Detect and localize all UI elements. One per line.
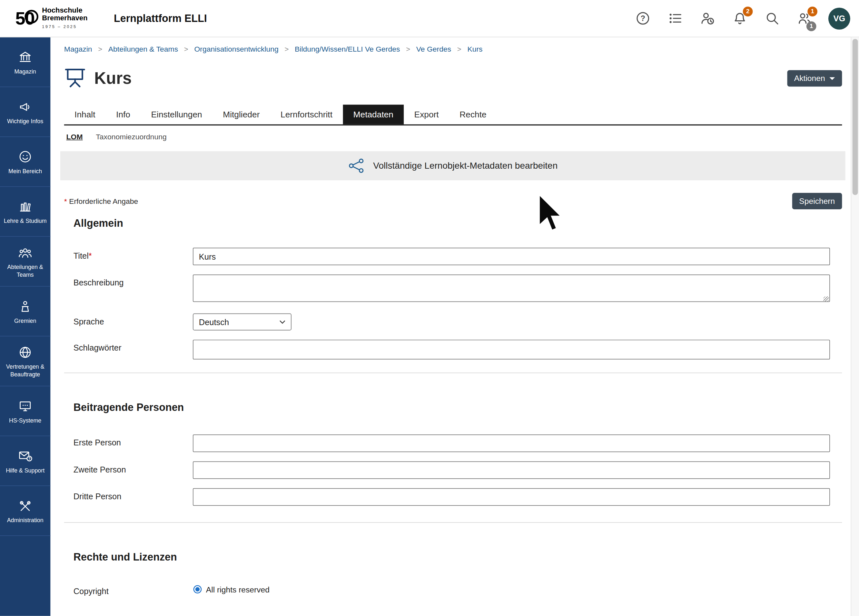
schlagwoerter-label: Schlagwörter: [64, 339, 193, 359]
sidebar-label: Gremien: [14, 317, 36, 325]
section-heading-rechte: Rechte und Lizenzen: [73, 551, 842, 563]
sidebar-item-administration[interactable]: Administration: [0, 486, 50, 536]
beschreibung-label: Beschreibung: [64, 274, 193, 304]
required-hint: * Erforderliche Angabe: [64, 197, 138, 205]
resize-handle[interactable]: [823, 296, 829, 302]
zweite-person-label: Zweite Person: [64, 461, 193, 479]
online-users-button[interactable]: [699, 10, 715, 27]
erste-person-field: [193, 435, 830, 452]
bank-icon: [18, 50, 32, 64]
tab-einstellungen[interactable]: Einstellungen: [141, 105, 212, 125]
sprache-select[interactable]: Deutsch: [193, 313, 292, 331]
tab-rechte[interactable]: Rechte: [449, 105, 497, 125]
hochschule-bremerhaven-logo[interactable]: 50 Hochschule Bremerhaven 1975 – 2025: [16, 6, 88, 31]
required-asterisk: *: [89, 251, 92, 260]
required-hint-label: Erforderliche Angabe: [69, 197, 138, 205]
top-header: 50 Hochschule Bremerhaven 1975 – 2025 Le…: [0, 0, 859, 38]
sidebar-label: Wichtige Infos: [7, 118, 43, 125]
sprache-field: Deutsch: [193, 313, 830, 331]
form-hint-row: * Erforderliche Angabe Speichern: [64, 193, 842, 209]
actions-button[interactable]: Aktionen: [787, 70, 842, 86]
chevron-down-icon: [279, 320, 285, 324]
erste-person-input[interactable]: [193, 435, 830, 452]
erste-person-label: Erste Person: [64, 435, 193, 452]
form-row-schlagwoerter: Schlagwörter: [64, 339, 842, 359]
breadcrumb-separator: >: [406, 45, 410, 53]
sidebar-item-gremien[interactable]: Gremien: [0, 287, 50, 337]
globe-icon: [18, 346, 32, 360]
sidebar-item-mein-bereich[interactable]: Mein Bereich: [0, 137, 50, 187]
sidebar-item-magazin[interactable]: Magazin: [0, 38, 50, 88]
contacts-badge-secondary: 1: [806, 21, 817, 31]
breadcrumb-item-organisationsentwicklung[interactable]: Organisationsentwicklung: [194, 45, 278, 53]
user-clock-icon: [700, 11, 715, 26]
list-button[interactable]: [667, 10, 683, 27]
zweite-person-input[interactable]: [193, 461, 830, 479]
form-row-zweite-person: Zweite Person: [64, 461, 842, 479]
form-row-sprache: Sprache Deutsch: [64, 313, 842, 331]
copyright-field: All rights reserved: [193, 583, 830, 596]
notifications-button[interactable]: 2: [731, 10, 748, 27]
sidebar-label: Administration: [7, 517, 44, 524]
breadcrumb-item-kurs[interactable]: Kurs: [467, 45, 483, 53]
actions-button-label: Aktionen: [794, 74, 825, 83]
sidebar-item-hs-systeme[interactable]: HS-Systeme: [0, 386, 50, 436]
save-button[interactable]: Speichern: [792, 193, 842, 209]
schlagwoerter-input[interactable]: [193, 339, 830, 359]
logo-50: 50: [16, 8, 37, 29]
metadata-graph-icon: [348, 157, 365, 175]
page-title-row: Kurs Aktionen: [64, 67, 842, 90]
lectern-icon: [18, 299, 32, 313]
subtab-taxonomiezuordnung[interactable]: Taxonomiezuordnung: [96, 133, 166, 141]
sidebar-item-hilfe-support[interactable]: ? Hilfe & Support: [0, 436, 50, 486]
search-button[interactable]: [764, 10, 780, 27]
edit-full-metadata-banner[interactable]: Vollständige Lernobjekt-Metadaten bearbe…: [60, 151, 845, 180]
sidebar-item-abteilungen-teams[interactable]: Abteilungen & Teams: [0, 237, 50, 287]
contacts-button[interactable]: 1 1: [796, 10, 812, 27]
notifications-badge: 2: [743, 6, 753, 16]
sidebar-label: Abteilungen & Teams: [2, 264, 48, 279]
svg-text:?: ?: [28, 457, 30, 461]
breadcrumb-item-ve-gerdes[interactable]: Ve Gerdes: [416, 45, 451, 53]
logo-name-1: Hochschule: [42, 6, 87, 14]
tab-lernfortschritt[interactable]: Lernfortschritt: [270, 105, 343, 125]
tab-info[interactable]: Info: [106, 105, 141, 125]
tab-inhalt[interactable]: Inhalt: [64, 105, 106, 125]
sidebar-item-wichtige-infos[interactable]: Wichtige Infos: [0, 87, 50, 137]
copyright-option-all-rights-reserved[interactable]: All rights reserved: [193, 583, 830, 594]
logo-text: Hochschule Bremerhaven 1975 – 2025: [42, 6, 87, 31]
sidebar-label: HS-Systeme: [9, 417, 41, 424]
logo-name-2: Bremerhaven: [42, 14, 87, 22]
sidebar-item-lehre-studium[interactable]: Lehre & Studium: [0, 187, 50, 237]
page-title: Kurs: [94, 69, 131, 88]
breadcrumb-separator: >: [98, 45, 102, 53]
form-row-titel: Titel*: [64, 248, 842, 265]
tab-metadaten[interactable]: Metadaten: [343, 105, 404, 125]
beschreibung-textarea[interactable]: [193, 274, 830, 302]
section-divider: [64, 522, 842, 523]
titel-input[interactable]: [193, 248, 830, 265]
logo-years: 1975 – 2025: [42, 23, 87, 31]
help-button[interactable]: ?: [634, 10, 651, 27]
tab-export[interactable]: Export: [404, 105, 449, 125]
form-row-beschreibung: Beschreibung: [64, 274, 842, 304]
scrollbar-thumb[interactable]: [853, 39, 858, 195]
tab-mitglieder[interactable]: Mitglieder: [212, 105, 270, 125]
vertical-scrollbar[interactable]: [851, 38, 859, 616]
required-asterisk: *: [64, 197, 67, 205]
edit-full-metadata-label: Vollständige Lernobjekt-Metadaten bearbe…: [373, 161, 558, 171]
subtab-lom[interactable]: LOM: [66, 133, 83, 141]
dritte-person-input[interactable]: [193, 488, 830, 506]
zweite-person-field: [193, 461, 830, 479]
section-heading-beitragende: Beitragende Personen: [73, 402, 842, 413]
copyright-option-label: All rights reserved: [206, 585, 270, 594]
breadcrumb-item-abteilungen-teams[interactable]: Abteilungen & Teams: [108, 45, 178, 53]
sidebar-item-vertretungen-beauftragte[interactable]: Vertretungen & Beauftragte: [0, 336, 50, 386]
breadcrumb-item-bildung-wissen[interactable]: Bildung/Wissen/ELLI Ve Gerdes: [295, 45, 400, 53]
breadcrumb-item-magazin[interactable]: Magazin: [64, 45, 92, 53]
breadcrumb-separator: >: [457, 45, 461, 53]
main-sidebar: Magazin Wichtige Infos Mein Bereich Lehr…: [0, 38, 50, 616]
sidebar-label: Hilfe & Support: [6, 467, 44, 474]
main-content: Magazin > Abteilungen & Teams > Organisa…: [50, 38, 851, 616]
user-avatar[interactable]: VG: [828, 8, 850, 29]
